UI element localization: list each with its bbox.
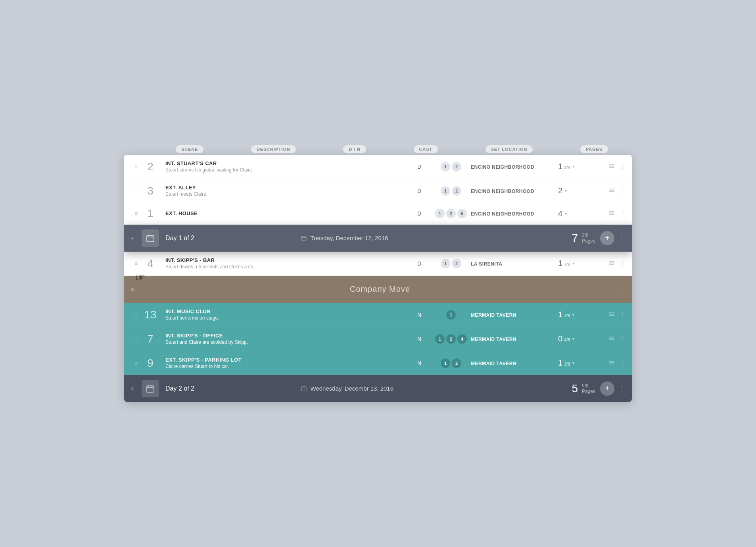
day1-header: ≡ Day 1 of 2 Tuesday, December 12,	[124, 225, 632, 252]
col-set-location: SET LOCATION	[485, 145, 533, 153]
layers-icon[interactable]	[608, 209, 615, 218]
scene-num-4: 4	[142, 257, 159, 270]
col-dn: D / N	[343, 145, 366, 153]
day2-icon-box	[142, 380, 159, 397]
chevron-down-icon[interactable]: ▾	[565, 189, 567, 193]
drag-icon-company: ≡	[130, 286, 134, 293]
drag-handle-9[interactable]: ≡	[130, 360, 142, 366]
drag-handle-3[interactable]: ≡	[130, 188, 142, 194]
day2-header: ≡ Day 2 of 2 Wednesday, Decembr 13	[124, 375, 632, 402]
svg-rect-28	[609, 364, 614, 364]
drag-handle-1[interactable]: ≡	[130, 211, 142, 216]
scene-num-7: 7	[142, 333, 159, 345]
svg-rect-8	[609, 214, 614, 215]
more-icon[interactable]: ⋮	[619, 210, 626, 218]
scene-desc-13: Stuart performs on stage.	[165, 315, 407, 321]
scene-info-13: INT. MUSIC CLUB Stuart performs on stage…	[159, 308, 407, 321]
scene-desc-2: Stuart strums his guitar, waiting for Cl…	[165, 167, 407, 173]
cast-circle: 1	[435, 209, 445, 218]
row-actions-1: ⋮	[602, 209, 626, 218]
pages-9: 1 3/8 ▾	[558, 358, 602, 368]
day2-cal-icon	[301, 385, 307, 392]
day2-pages-frac: 5/8	[582, 383, 589, 389]
more-icon[interactable]: ⋮	[619, 163, 626, 170]
location-1: ENCINO NEIGHBORHOOD	[471, 210, 558, 217]
col-cast: CAST	[414, 145, 438, 153]
layers-icon[interactable]	[608, 310, 615, 319]
more-icon[interactable]: ⋮	[619, 187, 626, 195]
pages-2: 1 3/8 ▾	[558, 162, 602, 171]
layers-icon[interactable]	[608, 359, 615, 368]
scene-info-3: EXT. ALLEY Stuart meets Claire.	[159, 185, 407, 197]
day1-cal-icon	[301, 235, 307, 241]
dn-9: N	[407, 360, 431, 367]
cast-13: 1	[431, 310, 471, 320]
day2-pages-num: 5	[572, 382, 578, 395]
dn-1: D	[407, 210, 431, 217]
svg-rect-4	[609, 190, 614, 191]
scene-num-9: 9	[142, 357, 159, 370]
company-move-drag[interactable]: ≡	[130, 286, 142, 293]
more-icon[interactable]: ⋮	[619, 359, 626, 367]
day2-add-button[interactable]: +	[600, 381, 614, 396]
cast-circle: 2	[452, 259, 461, 268]
more-icon[interactable]: ⋮	[619, 335, 626, 343]
chevron-down-icon[interactable]: ▾	[565, 212, 567, 216]
chevron-down-icon[interactable]: ▾	[572, 337, 574, 341]
drag-icon-4: ≡	[134, 261, 138, 266]
scene-desc-7: Stuart and Claire are scolded by Skipp.	[165, 339, 407, 345]
layers-icon[interactable]	[608, 162, 615, 171]
cast-3: 1 2	[431, 186, 471, 196]
drag-icon-13: ≡	[134, 312, 138, 318]
chevron-down-icon[interactable]: ▾	[572, 312, 574, 317]
scene-desc-4: Stuart downs a few shots and strikes a c…	[165, 264, 407, 270]
svg-rect-7	[609, 213, 614, 214]
main-container: SCENE DESCRIPTION D / N CAST SET LOCATIO…	[124, 145, 632, 402]
layers-icon[interactable]	[608, 335, 615, 343]
scene-title-13: INT. MUSIC CLUB	[165, 308, 407, 314]
scene-desc-3: Stuart meets Claire.	[165, 191, 407, 197]
drag-handle-7[interactable]: ≡	[130, 336, 142, 342]
svg-rect-0	[609, 164, 614, 165]
scenes-card: ≡ 2 INT. STUART'S CAR Stuart strums his …	[124, 155, 632, 402]
svg-rect-19	[609, 264, 614, 265]
dn-3: D	[407, 187, 431, 195]
svg-rect-22	[609, 315, 614, 316]
more-icon[interactable]: ⋮	[619, 311, 626, 318]
day1-date: Tuesday, December 12, 2016	[310, 235, 388, 241]
more-icon[interactable]: ⋮	[619, 260, 626, 267]
svg-rect-20	[609, 312, 614, 313]
day1-icon-box	[142, 229, 159, 247]
scene-desc-9: Claire carries Stuart to his car.	[165, 364, 407, 369]
svg-rect-21	[609, 314, 614, 314]
day-drag-2[interactable]: ≡	[130, 385, 142, 392]
day-drag-1[interactable]: ≡	[130, 235, 142, 242]
chevron-down-icon[interactable]: ▾	[572, 164, 574, 169]
svg-rect-33	[301, 387, 306, 391]
day2-more-icon[interactable]: ⋮	[618, 384, 626, 393]
scene-row-3: ≡ 3 EXT. ALLEY Stuart meets Claire. D 1 …	[124, 179, 632, 203]
day1-pages-num: 7	[572, 232, 578, 245]
row-actions-9: ⋮	[602, 359, 626, 368]
scene-title-9: EXT. SKIPP'S - PARKING LOT	[165, 357, 407, 363]
chevron-down-icon[interactable]: ▾	[572, 261, 574, 266]
chevron-down-icon[interactable]: ▾	[572, 361, 574, 365]
day1-add-button[interactable]: +	[600, 231, 614, 245]
layers-icon[interactable]	[608, 187, 615, 195]
layers-icon[interactable]	[608, 259, 615, 268]
cast-2: 1 2	[431, 162, 471, 171]
company-move-more-icon[interactable]: ⋮	[618, 285, 626, 294]
cast-circle: 1	[435, 334, 445, 344]
day1-more-icon[interactable]: ⋮	[618, 234, 626, 243]
svg-rect-23	[609, 337, 614, 337]
svg-rect-5	[609, 191, 614, 192]
drag-handle-13[interactable]: ≡	[130, 312, 142, 318]
day1-date-section: Tuesday, December 12, 2016	[301, 235, 572, 241]
drag-handle-2[interactable]: ≡	[130, 164, 142, 169]
svg-rect-18	[609, 262, 614, 263]
svg-rect-17	[609, 261, 614, 262]
svg-rect-13	[301, 236, 306, 241]
drag-handle-4[interactable]: ≡	[130, 261, 142, 266]
drag-icon-day1: ≡	[130, 235, 134, 241]
row-actions-4: ⋮	[602, 259, 626, 268]
